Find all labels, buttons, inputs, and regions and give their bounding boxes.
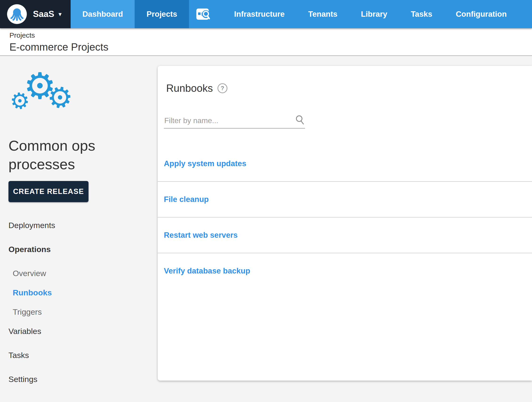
gears-icon [8,89,32,114]
project-title: Common ops processes [8,136,117,173]
runbook-link-restart-web-servers[interactable]: Restart web servers [164,231,238,240]
runbook-list: Apply system updates File cleanup Restar… [158,146,532,289]
nav-tab-tenants[interactable]: Tenants [296,0,349,28]
runbook-link-apply-system-updates[interactable]: Apply system updates [164,159,246,168]
runbook-link-verify-database-backup[interactable]: Verify database backup [164,266,250,275]
sidebar-item-tasks[interactable]: Tasks [8,351,158,360]
nav-tab-dashboard[interactable]: Dashboard [71,0,135,28]
sidebar-item-triggers[interactable]: Triggers [8,307,158,317]
nav-tab-configuration[interactable]: Configuration [444,0,518,28]
octopus-icon [10,7,24,21]
nav-tab-library[interactable]: Library [349,0,399,28]
sidebar-item-variables[interactable]: Variables [8,327,158,336]
card-header: Runbooks [166,82,532,94]
nav-tab-infrastructure[interactable]: Infrastructure [222,0,297,28]
runbooks-card: Runbooks Apply system updates File clean… [158,66,532,381]
search-icon [196,7,211,21]
page-body: Common ops processes CREATE RELEASE Depl… [0,56,532,402]
search-nav-button[interactable] [189,0,218,28]
list-item[interactable]: Apply system updates [158,146,532,182]
sidebar-item-deployments[interactable]: Deployments [8,220,158,230]
top-navigation: SaaS ▾ Dashboard Projects Infrastructure… [0,0,532,28]
create-release-button[interactable]: CREATE RELEASE [8,181,89,202]
project-logo [11,75,77,116]
sidebar-item-overview[interactable]: Overview [8,269,158,278]
runbooks-heading: Runbooks [166,82,213,94]
nav-tab-projects[interactable]: Projects [135,0,189,28]
search-icon [295,115,305,125]
sidebar-item-settings[interactable]: Settings [8,374,158,384]
runbook-link-file-cleanup[interactable]: File cleanup [164,195,209,204]
space-name: SaaS [33,9,54,19]
list-item[interactable]: File cleanup [158,182,532,218]
breadcrumb-bar: Projects E-commerce Projects [0,28,532,56]
sidebar-menu: Deployments Operations Overview Runbooks… [8,220,158,384]
filter-field [164,115,305,128]
breadcrumb[interactable]: Projects [9,28,532,39]
gears-icon [44,81,76,114]
space-switcher[interactable]: SaaS ▾ [0,0,71,28]
sidebar-item-operations[interactable]: Operations [8,245,158,254]
nav-spacer [218,0,222,28]
chevron-down-icon: ▾ [59,11,62,18]
octopus-logo [7,4,27,24]
list-item[interactable]: Restart web servers [158,218,532,253]
nav-tab-tasks[interactable]: Tasks [399,0,444,28]
project-sidebar: Common ops processes CREATE RELEASE Depl… [0,56,158,402]
list-item[interactable]: Verify database backup [158,253,532,289]
filter-input[interactable] [164,116,295,125]
page-title: E-commerce Projects [9,41,532,53]
help-icon[interactable] [217,83,227,93]
sidebar-item-runbooks[interactable]: Runbooks [8,288,158,297]
